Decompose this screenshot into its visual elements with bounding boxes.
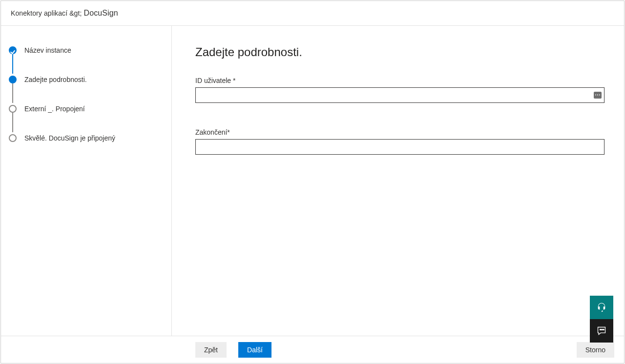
checkmark-icon [9, 46, 17, 54]
main-content: Zadejte podrobnosti. ID uživatele * Zako… [172, 26, 624, 336]
step-connector [12, 54, 13, 74]
termination-label: Zakončení* [195, 128, 604, 136]
step-enter-details: Zadejte podrobnosti. [9, 75, 164, 84]
breadcrumb-connector-name: DocuSign [84, 9, 118, 18]
step-connected: Skvělé. DocuSign je připojený [9, 133, 164, 143]
field-user-id: ID uživatele * [195, 77, 604, 103]
ellipsis-icon[interactable] [594, 92, 602, 99]
step-external-link: Externí _. Propojení [9, 104, 164, 114]
step-label: Externí _. Propojení [24, 105, 85, 113]
user-id-input[interactable] [195, 87, 604, 103]
svg-point-2 [603, 330, 604, 331]
step-connector [12, 113, 13, 132]
next-button[interactable]: Další [238, 342, 271, 358]
step-label: Název instance [24, 46, 71, 54]
feedback-speech-bubble-icon[interactable] [590, 319, 613, 343]
cancel-button[interactable]: Storno [577, 342, 614, 358]
floating-help-stack [590, 296, 613, 343]
wizard-footer: Zpět Další Storno [1, 336, 624, 363]
step-label: Zadejte podrobnosti. [24, 76, 87, 83]
step-label: Skvělé. DocuSign je připojený [24, 134, 115, 142]
field-termination: Zakončení* [195, 128, 604, 155]
current-step-dot-icon [9, 76, 17, 83]
svg-point-1 [601, 330, 602, 331]
breadcrumb-prefix: Konektory aplikací &gt; [11, 9, 82, 17]
back-button[interactable]: Zpět [195, 342, 227, 358]
termination-input[interactable] [195, 139, 604, 155]
headset-icon[interactable] [590, 296, 613, 319]
step-sidebar: Název instance Zadejte podrobnosti. Exte… [1, 26, 172, 336]
future-step-dot-icon [9, 105, 17, 113]
step-instance-name: Název instance [9, 45, 164, 55]
step-connector [12, 83, 13, 103]
user-id-label: ID uživatele * [195, 77, 604, 84]
future-step-dot-icon [9, 134, 17, 142]
breadcrumb: Konektory aplikací &gt; DocuSign [1, 1, 624, 26]
page-title: Zadejte podrobnosti. [195, 45, 604, 59]
svg-point-0 [600, 330, 601, 331]
